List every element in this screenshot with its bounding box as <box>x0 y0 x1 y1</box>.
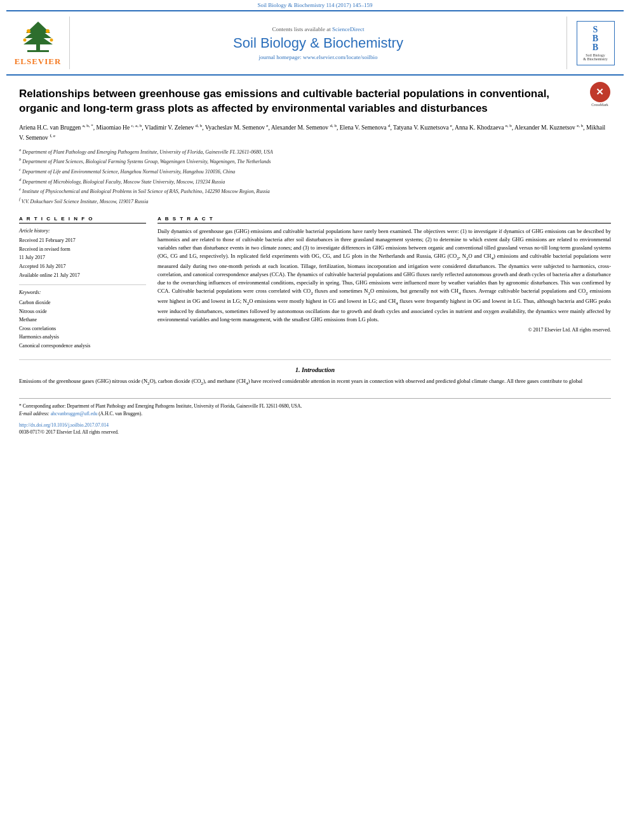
two-column-layout: A R T I C L E I N F O Article history: R… <box>19 216 611 350</box>
affiliation-c: c Department of Life and Environmental S… <box>19 166 611 176</box>
abstract-column: A B S T R A C T Daily dynamics of greenh… <box>158 216 611 350</box>
email-address[interactable]: ahcvanbruggen@ufl.edu <box>51 411 98 417</box>
available-date: Available online 21 July 2017 <box>19 271 146 280</box>
svg-rect-1 <box>27 50 49 52</box>
svg-point-6 <box>46 29 50 33</box>
svg-point-5 <box>27 29 30 33</box>
affiliation-a: a Department of Plant Pathology and Emer… <box>19 147 611 156</box>
keyword-1: Carbon dioxide <box>19 298 146 307</box>
affiliations-block: a Department of Plant Pathology and Emer… <box>19 147 611 206</box>
svg-point-8 <box>50 39 53 42</box>
contents-available-line: Contents lists available at ScienceDirec… <box>272 26 365 32</box>
journal-title: Soil Biology & Biochemistry <box>233 35 403 51</box>
authors-line: Ariena H.C. van Bruggen a, b, *, Miaomia… <box>19 123 611 143</box>
abstract-text: Daily dynamics of greenhouse gas (GHG) e… <box>158 227 611 335</box>
email-line: E-mail address: ahcvanbruggen@ufl.edu (A… <box>19 410 611 418</box>
crossmark-icon: ✕ <box>590 82 610 102</box>
article-info-column: A R T I C L E I N F O Article history: R… <box>19 216 146 350</box>
keyword-3: Methane <box>19 316 146 324</box>
footnote-section: * Corresponding author: Department of Pl… <box>19 398 611 436</box>
article-info-block: Article history: Received 21 February 20… <box>19 227 146 350</box>
accepted-date: Accepted 16 July 2017 <box>19 262 146 271</box>
keywords-list: Carbon dioxide Nitrous oxide Methane Cro… <box>19 298 146 350</box>
crossmark-badge: ✕ CrossMark <box>589 82 611 104</box>
article-dates: Received 21 February 2017 Received in re… <box>19 236 146 279</box>
doi-link[interactable]: http://dx.doi.org/10.1016/j.soilbio.2017… <box>19 422 109 428</box>
journal-header: ELSEVIER Contents lists available at Sci… <box>6 10 624 76</box>
issn-line: 0038-0717/© 2017 Elsevier Ltd. All right… <box>19 429 611 436</box>
keywords-label: Keywords: <box>19 289 146 297</box>
abstract-header: A B S T R A C T <box>158 216 611 223</box>
doi-line: http://dx.doi.org/10.1016/j.soilbio.2017… <box>19 422 611 429</box>
divider-1 <box>19 284 146 285</box>
keyword-6: Canonical correspondence analysis <box>19 342 146 350</box>
introduction-text: Emissions of the greenhouse gases (GHG) … <box>19 377 611 387</box>
keyword-2: Nitrous oxide <box>19 307 146 316</box>
revised-date: Received in revised form <box>19 245 146 254</box>
affiliation-d: d Department of Microbiology, Biological… <box>19 177 611 186</box>
elsevier-wordmark: ELSEVIER <box>15 57 62 67</box>
introduction-section: 1. Introduction Emissions of the greenho… <box>19 366 611 387</box>
received-date: Received 21 February 2017 <box>19 236 146 245</box>
journal-top-bar: Soil Biology & Biochemistry 114 (2017) 1… <box>0 0 630 10</box>
affiliation-e: e Institute of Physicochemical and Biolo… <box>19 186 611 196</box>
main-content: ✕ CrossMark Relationships between greenh… <box>0 76 630 443</box>
elsevier-tree-icon <box>16 19 60 54</box>
crossmark-label: CrossMark <box>591 103 608 107</box>
sb-logo-box: SBB Soil Biology& Biochemistry <box>577 21 615 65</box>
affiliation-b: b Department of Plant Sciences, Biologic… <box>19 156 611 166</box>
journal-homepage-line: journal homepage: www.elsevier.com/locat… <box>259 54 378 60</box>
authors-text: Ariena H.C. van Bruggen a, b, *, Miaomia… <box>19 124 605 141</box>
email-attribution: (A.H.C. van Bruggen). <box>98 411 142 417</box>
sciencedirect-link[interactable]: ScienceDirect <box>332 26 364 32</box>
revised-date-val: 11 July 2017 <box>19 253 146 262</box>
sb-icon-subtitle: Soil Biology& Biochemistry <box>583 53 608 61</box>
affiliation-f: f V.V. Dokuchaev Soil Science Institute,… <box>19 196 611 206</box>
journal-citation: Soil Biology & Biochemistry 114 (2017) 1… <box>257 2 372 8</box>
introduction-heading: 1. Introduction <box>19 366 611 373</box>
history-label: Article history: <box>19 227 146 236</box>
sb-logo-container: SBB Soil Biology& Biochemistry <box>566 17 624 69</box>
elsevier-logo-container: ELSEVIER <box>6 17 70 69</box>
sb-icon-letters: SBB <box>593 25 598 52</box>
article-title: Relationships between greenhouse gas emi… <box>19 87 611 116</box>
journal-homepage-url[interactable]: www.elsevier.com/locate/soilbio <box>303 54 377 60</box>
article-info-header: A R T I C L E I N F O <box>19 216 146 223</box>
copyright-text: © 2017 Elsevier Ltd. All rights reserved… <box>158 326 611 334</box>
corresponding-author-note: * Corresponding author: Department of Pl… <box>19 403 611 410</box>
svg-point-7 <box>23 39 26 42</box>
keyword-5: Harmonics analysis <box>19 333 146 342</box>
email-label: E-mail address: <box>19 411 50 417</box>
section-divider <box>19 359 611 360</box>
keyword-4: Cross correlations <box>19 324 146 333</box>
journal-center-info: Contents lists available at ScienceDirec… <box>70 17 566 69</box>
